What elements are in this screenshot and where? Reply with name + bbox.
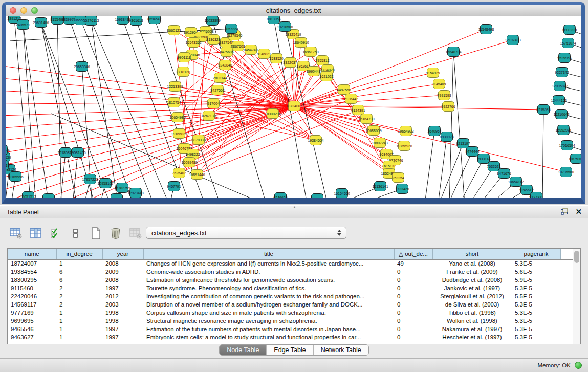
graph-node-label: 16961758 [302, 50, 318, 54]
graph-node-label: 16782759 [114, 186, 130, 190]
graph-node-label: 1733426 [395, 187, 409, 191]
table-cell: 1997 [102, 333, 143, 341]
table-tabs: Node TableEdge TableNetwork Table [219, 344, 368, 356]
graph-node-label: 8127331 [529, 195, 543, 199]
graph-node-label: 9246603 [273, 196, 287, 199]
memory-status-label: Memory: OK [537, 362, 571, 368]
memory-status-indicator[interactable] [575, 362, 582, 369]
table-cell: Yano et al. (2008) [432, 259, 512, 268]
graph-node-label: 8938923 [440, 135, 453, 139]
table-scrollbar-thumb[interactable] [574, 251, 579, 263]
graph-node-label: 1640954 [427, 129, 441, 133]
graph-node-label: 2405571 [16, 23, 30, 27]
table-cell: Corpus callosum shape and size in male p… [143, 309, 394, 317]
table-row[interactable]: 969969511998Structural magnetic resonanc… [8, 317, 573, 325]
table-cell: Structural magnetic resonance image aver… [143, 317, 394, 325]
graph-node-label: 10654985 [169, 116, 185, 119]
network-canvas[interactable]: 1872400718300295193845548660123891295418… [6, 16, 581, 198]
graph-node-label: 18300295 [265, 112, 280, 116]
table-row[interactable]: 977716911998Corpus callosum shape and si… [8, 309, 573, 317]
network-window: citations_edges.txt 18724007183002951938… [2, 2, 585, 204]
create-column-button[interactable] [89, 227, 102, 240]
graph-node-label: 8454749 [244, 48, 257, 52]
splitter-handle[interactable]: ▲ [293, 205, 296, 209]
table-cell: 49 [394, 259, 432, 268]
graph-edge [91, 20, 118, 198]
graph-node-label: 16891446 [189, 173, 205, 177]
table-cell: 2009 [102, 268, 143, 276]
graph-node-label: 9242848 [218, 63, 232, 67]
graph-node-label: 9901118 [178, 56, 191, 59]
show-columns-button[interactable] [29, 227, 42, 240]
column-header-in-degree[interactable]: in_degree [56, 249, 102, 259]
network-window-titlebar[interactable]: citations_edges.txt [6, 5, 581, 16]
graph-node-label: 7632621 [487, 165, 500, 168]
column-header-name[interactable]: name [8, 249, 56, 259]
table-cell: 9465546 [8, 325, 56, 333]
table-scrollbar[interactable] [573, 249, 580, 344]
tab-network-table[interactable]: Network Table [314, 345, 368, 355]
graph-node-label: 10735580 [558, 170, 574, 174]
graph-node-label: 9474444 [465, 150, 479, 154]
graph-edge [81, 20, 154, 198]
column-header-year[interactable]: year [102, 249, 143, 259]
graph-node-label: 2803144 [213, 76, 227, 80]
tab-edge-table[interactable]: Edge Table [267, 345, 313, 355]
close-panel-icon[interactable]: ✕ [575, 208, 582, 216]
graph-node-label: 12923448 [127, 191, 143, 195]
table-row[interactable]: 946554611997Estimation of the future num… [8, 325, 573, 333]
graph-edge [294, 106, 389, 166]
column-header-pagerank[interactable]: pagerank [512, 249, 560, 259]
table-row[interactable]: 1938455462009Genome-wide association stu… [8, 268, 573, 276]
column-header-out-de-[interactable]: △ out_de... [394, 249, 432, 259]
table-cell: Nakamura et al. (1997) [432, 325, 512, 333]
graph-edge [70, 19, 133, 198]
graph-node-label: 9498222 [186, 152, 200, 156]
column-header-title[interactable]: title [143, 249, 394, 259]
table-cell: 5.9E-5 [512, 276, 560, 284]
stacked-squares-button[interactable] [69, 227, 82, 240]
table-selector-dropdown[interactable]: citations_edges.txt [146, 227, 346, 239]
table-panel-header: ▲ Table Panel ✕ [0, 205, 588, 218]
table-cell: 9699695 [8, 317, 56, 325]
graph-node-label: 7857224 [224, 27, 238, 31]
graph-node-label: 252254 [392, 176, 404, 180]
table-cell: 5.3E-5 [512, 309, 560, 317]
table-cell-filler [560, 284, 573, 292]
graph-node-label: 9922766 [441, 105, 455, 108]
table-cell: 0 [394, 276, 432, 284]
table-row[interactable]: 1872400712008Changes of HCN gene express… [8, 259, 573, 268]
graph-node-label: 9154929 [426, 71, 440, 75]
table-row[interactable]: 911546021997Tourette syndrome. Phenomeno… [8, 284, 573, 292]
graph-node-label: 8322037 [283, 61, 297, 64]
select-columns-button[interactable] [49, 227, 62, 240]
table-cell: 1997 [102, 284, 143, 292]
tab-node-table[interactable]: Node Table [220, 345, 267, 355]
column-header-short[interactable]: short [432, 249, 512, 259]
graph-node-label: 6497568 [337, 88, 351, 92]
table-row[interactable]: 1456911722003Disruption of a novel membe… [8, 300, 573, 309]
graph-edge [6, 106, 294, 158]
graph-node-label: 9213197 [456, 142, 470, 145]
graph-node-label: 10599924 [6, 148, 10, 152]
table-panel-body: f(x) citations_edges.txt namein_degreeye… [0, 218, 588, 358]
graph-node-label: 16210643 [553, 113, 569, 116]
table-row[interactable]: 946362711997Embryonic stem cells: a mode… [8, 333, 573, 341]
graph-node-label: 12444151 [551, 99, 567, 102]
table-cell: 5.3E-5 [512, 259, 560, 268]
table-mode-button[interactable] [9, 227, 23, 240]
table-row[interactable]: 2242004622012Investigating the contribut… [8, 292, 573, 300]
graph-node-label: 16543362 [185, 41, 201, 45]
graph-node-label: 10688609 [365, 129, 381, 133]
table-cell: 5.3E-5 [512, 333, 560, 341]
table-cell: Dudbridge et al. (2008) [432, 276, 512, 284]
float-panel-icon[interactable] [561, 208, 569, 215]
delete-column-button[interactable] [109, 227, 122, 240]
graph-node-label: 6734028 [320, 68, 334, 72]
table-cell: 18724007 [8, 259, 56, 268]
graph-node-label: 9146821 [257, 52, 271, 56]
graph-node-label: 15136141 [372, 185, 388, 188]
table-cell: 0 [394, 284, 432, 292]
graph-node-label: 17016504 [559, 144, 575, 147]
table-row[interactable]: 1830029562008Estimation of significance … [8, 276, 573, 284]
